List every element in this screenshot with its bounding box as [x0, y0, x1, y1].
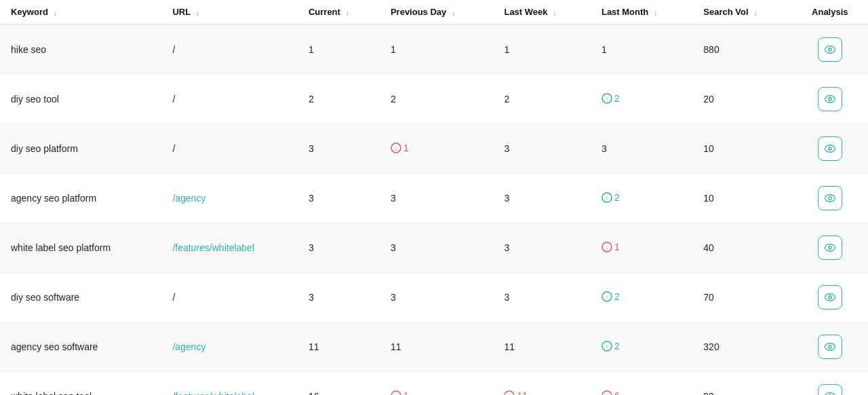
cell-analysis — [792, 124, 868, 174]
keyword-text: hike seo — [11, 44, 46, 55]
cell-current: 1 — [298, 24, 380, 75]
col-current[interactable]: Current ↓ — [298, 0, 380, 24]
col-previous-day[interactable]: Previous Day ↓ — [380, 0, 494, 24]
cell-last-week: 3 — [493, 124, 590, 174]
cell-current: 16 — [298, 372, 380, 396]
cell-search-vol: 70 — [692, 273, 791, 322]
col-url[interactable]: URL ↓ — [161, 0, 298, 24]
url-link[interactable]: /agency — [172, 193, 205, 204]
col-search-vol[interactable]: Search Vol ↓ — [692, 0, 791, 24]
eye-icon — [824, 43, 836, 56]
current-value: 2 — [309, 94, 314, 105]
svg-point-25 — [829, 345, 832, 349]
keyword-text: diy seo platform — [11, 143, 78, 154]
svg-text:↓: ↓ — [395, 393, 398, 396]
cell-current: 3 — [298, 223, 380, 273]
current-value: 3 — [309, 193, 314, 204]
cell-current: 3 — [298, 273, 380, 322]
col-keyword-label: Keyword — [11, 7, 48, 17]
analysis-button[interactable] — [818, 37, 842, 62]
svg-point-0 — [825, 46, 835, 54]
cell-keyword: white label seo platform — [0, 223, 161, 273]
svg-text:↑: ↑ — [606, 294, 609, 301]
badge-down: ↓ 6 — [601, 390, 620, 396]
cell-last-month: ↑ 2 — [591, 75, 692, 124]
cell-analysis — [792, 223, 868, 273]
col-search-vol-sort-icon: ↓ — [753, 8, 757, 16]
cell-keyword: diy seo software — [0, 273, 161, 322]
eye-icon — [824, 242, 836, 254]
analysis-button[interactable] — [818, 87, 842, 111]
eye-icon — [824, 93, 836, 105]
cell-current: 3 — [298, 174, 380, 223]
cell-last-month: 1 — [591, 24, 692, 75]
cell-keyword: agency seo software — [0, 322, 161, 372]
col-last-week-label: Last Week — [504, 7, 547, 17]
cell-search-vol: 10 — [692, 174, 791, 223]
analysis-button[interactable] — [818, 384, 842, 395]
cell-current: 3 — [298, 124, 380, 174]
col-url-sort-icon: ↓ — [195, 8, 199, 16]
search-vol-value: 320 — [703, 341, 719, 352]
cell-search-vol: 10 — [692, 124, 791, 174]
search-vol-value: 90 — [703, 391, 714, 395]
cell-last-week: 3 — [493, 273, 590, 322]
col-current-label: Current — [309, 7, 340, 17]
cell-keyword: agency seo platform — [0, 174, 161, 223]
cell-last-week: 3 — [493, 174, 590, 223]
url-link[interactable]: /features/whitelabel — [172, 242, 254, 253]
keyword-text: diy seo tool — [11, 94, 59, 105]
analysis-button[interactable] — [818, 236, 842, 260]
table-row: diy seo platform / 3 ↓ 1 3 3 10 — [0, 124, 868, 174]
analysis-button[interactable] — [818, 136, 842, 161]
analysis-button[interactable] — [818, 285, 842, 309]
col-search-vol-label: Search Vol — [703, 7, 748, 17]
col-last-month[interactable]: Last Month ↓ — [591, 0, 692, 24]
search-vol-value: 20 — [703, 94, 714, 105]
cell-url: /features/whitelabel — [161, 372, 298, 396]
cell-value: 3 — [601, 143, 607, 154]
rankings-table-container: Keyword ↓ URL ↓ Current ↓ Previous Day ↓… — [0, 0, 868, 395]
svg-text:↓: ↓ — [395, 145, 398, 152]
url-text: / — [172, 44, 175, 55]
svg-point-4 — [825, 96, 835, 103]
cell-analysis — [792, 75, 868, 124]
cell-analysis — [792, 273, 868, 322]
up-circle-icon: ↑ — [601, 291, 612, 302]
badge-up: ↑ 2 — [601, 192, 620, 203]
cell-value: 3 — [391, 292, 396, 303]
svg-point-9 — [829, 147, 832, 151]
up-circle-icon: ↑ — [601, 192, 612, 203]
search-vol-value: 70 — [703, 292, 714, 303]
col-last-week[interactable]: Last Week ↓ — [493, 0, 590, 24]
col-last-month-sort-icon: ↓ — [654, 8, 658, 16]
cell-last-week: 11 — [493, 322, 590, 372]
current-value: 3 — [309, 242, 314, 253]
keyword-text: white label seo tool — [11, 391, 92, 395]
table-header-row: Keyword ↓ URL ↓ Current ↓ Previous Day ↓… — [0, 0, 868, 24]
svg-point-16 — [825, 244, 835, 252]
cell-last-week: 2 — [493, 75, 590, 124]
down-circle-icon: ↓ — [601, 242, 612, 252]
cell-search-vol: 40 — [692, 223, 791, 273]
url-link[interactable]: /features/whitelabel — [172, 391, 254, 395]
eye-icon — [824, 192, 836, 204]
cell-url: /agency — [161, 322, 298, 372]
keyword-text: agency seo software — [11, 341, 98, 352]
cell-value: 3 — [504, 143, 509, 154]
cell-analysis — [792, 322, 868, 372]
cell-value: 3 — [504, 193, 509, 204]
search-vol-value: 10 — [703, 193, 714, 204]
analysis-button[interactable] — [818, 335, 842, 359]
analysis-button[interactable] — [818, 186, 842, 210]
cell-last-month: ↓ 1 — [591, 223, 692, 273]
col-previous-day-sort-icon: ↓ — [452, 8, 456, 16]
col-keyword[interactable]: Keyword ↓ — [0, 0, 161, 24]
table-row: diy seo tool / 2 2 2 ↑ 2 20 — [0, 75, 868, 124]
badge-down: ↓ 1 — [391, 143, 409, 153]
cell-previous-day: 3 — [380, 273, 494, 322]
col-keyword-sort-icon: ↓ — [54, 8, 58, 16]
cell-previous-day: 11 — [380, 322, 494, 372]
eye-icon — [824, 291, 836, 303]
url-link[interactable]: /agency — [172, 341, 205, 352]
